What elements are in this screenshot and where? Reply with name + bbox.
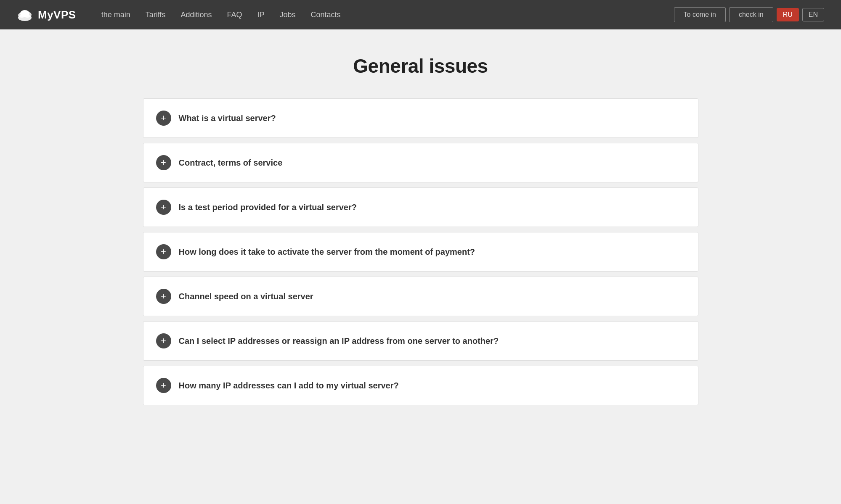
faq-question-1: What is a virtual server? (179, 113, 276, 123)
faq-item-4: + How long does it take to activate the … (143, 232, 698, 272)
faq-list: + What is a virtual server? + Contract, … (143, 98, 698, 410)
main-content: General issues + What is a virtual serve… (135, 29, 707, 435)
faq-item-3-header[interactable]: + Is a test period provided for a virtua… (143, 188, 698, 227)
faq-expand-icon-7: + (156, 378, 171, 393)
faq-item-5: + Channel speed on a virtual server (143, 277, 698, 316)
faq-item-1: + What is a virtual server? (143, 98, 698, 138)
register-button[interactable]: check in (729, 7, 773, 22)
faq-question-4: How long does it take to activate the se… (179, 247, 475, 257)
nav-item-additions[interactable]: Additions (180, 11, 212, 19)
nav-menu: the main Tariffs Additions FAQ IP Jobs C… (101, 11, 674, 19)
navbar: MyVPS the main Tariffs Additions FAQ IP … (0, 0, 841, 29)
faq-item-2: + Contract, terms of service (143, 143, 698, 182)
nav-item-ip[interactable]: IP (257, 11, 264, 19)
faq-question-3: Is a test period provided for a virtual … (179, 203, 357, 212)
brand-logo (17, 7, 33, 23)
faq-item-3: + Is a test period provided for a virtua… (143, 187, 698, 227)
faq-item-7: + How many IP addresses can I add to my … (143, 366, 698, 405)
lang-en-button[interactable]: EN (802, 8, 824, 21)
nav-item-contacts[interactable]: Contacts (311, 11, 341, 19)
lang-ru-button[interactable]: RU (777, 8, 799, 21)
faq-expand-icon-6: + (156, 333, 171, 348)
svg-point-3 (20, 10, 29, 17)
nav-item-tariffs[interactable]: Tariffs (146, 11, 166, 19)
navbar-actions: To come in check in RU EN (674, 7, 824, 22)
nav-item-jobs[interactable]: Jobs (279, 11, 295, 19)
faq-item-1-header[interactable]: + What is a virtual server? (143, 99, 698, 137)
faq-expand-icon-5: + (156, 289, 171, 304)
faq-item-6-header[interactable]: + Can I select IP addresses or reassign … (143, 322, 698, 360)
brand[interactable]: MyVPS (17, 7, 76, 23)
faq-item-4-header[interactable]: + How long does it take to activate the … (143, 232, 698, 271)
faq-expand-icon-4: + (156, 244, 171, 259)
nav-item-the-main[interactable]: the main (101, 11, 130, 19)
nav-item-faq[interactable]: FAQ (227, 11, 242, 19)
faq-question-5: Channel speed on a virtual server (179, 292, 313, 301)
faq-question-2: Contract, terms of service (179, 158, 283, 168)
page-title: General issues (143, 55, 698, 77)
brand-name: MyVPS (38, 8, 76, 21)
faq-item-2-header[interactable]: + Contract, terms of service (143, 143, 698, 182)
faq-item-5-header[interactable]: + Channel speed on a virtual server (143, 277, 698, 316)
faq-expand-icon-2: + (156, 155, 171, 170)
faq-question-7: How many IP addresses can I add to my vi… (179, 381, 399, 391)
faq-item-7-header[interactable]: + How many IP addresses can I add to my … (143, 366, 698, 405)
faq-expand-icon-3: + (156, 200, 171, 215)
faq-question-6: Can I select IP addresses or reassign an… (179, 336, 499, 346)
faq-item-6: + Can I select IP addresses or reassign … (143, 321, 698, 361)
login-button[interactable]: To come in (674, 7, 726, 22)
faq-expand-icon-1: + (156, 111, 171, 126)
